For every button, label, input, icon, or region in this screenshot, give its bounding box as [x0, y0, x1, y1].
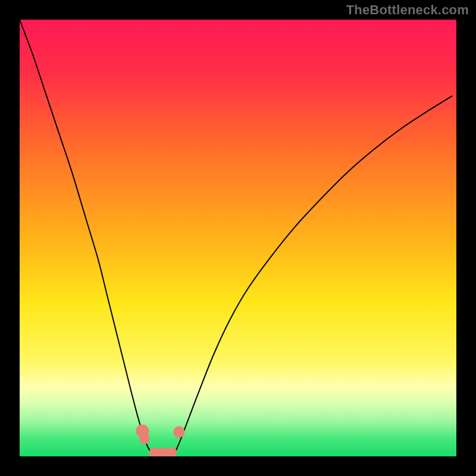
data-marker	[139, 434, 150, 444]
chart-plot-area	[20, 20, 456, 456]
chart-frame: TheBottleneck.com	[0, 0, 476, 476]
chart-svg	[20, 20, 456, 456]
chart-background	[20, 20, 456, 456]
data-marker	[173, 426, 184, 437]
watermark-text: TheBottleneck.com	[346, 2, 469, 18]
